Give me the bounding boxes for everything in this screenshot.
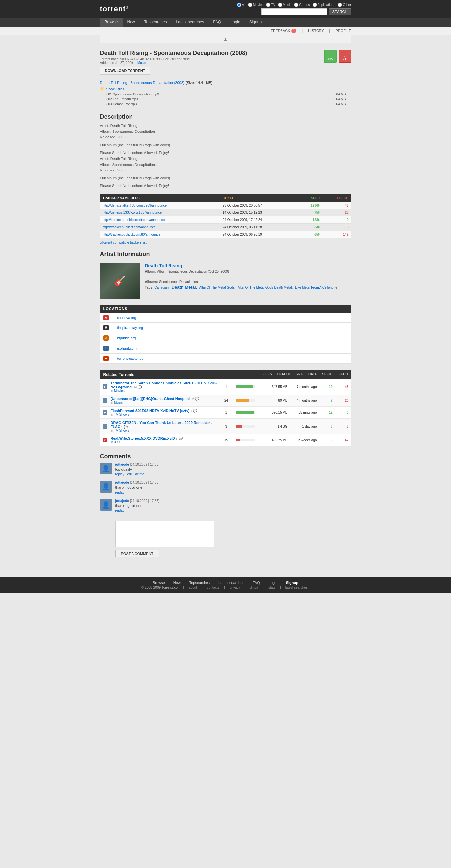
related-name-4[interactable]: DRAG CITIZEN - You Can Thank Us Later - …: [111, 421, 213, 429]
btjunkie-link[interactable]: btjunkie.org: [117, 336, 136, 340]
monova-link[interactable]: monova.org: [117, 315, 136, 319]
footer-signup[interactable]: Signup: [286, 581, 298, 585]
footer-faq[interactable]: FAQ: [253, 581, 260, 585]
user-icon-3: 👤: [102, 501, 110, 509]
isohunt-link[interactable]: isohunt.com: [117, 346, 137, 350]
tag-like-metal[interactable]: Like Metal From A Cellphone: [295, 286, 337, 289]
footer-browse[interactable]: Browse: [153, 581, 165, 585]
comment-reply-2[interactable]: replay: [115, 491, 124, 494]
comment-edit-1[interactable]: edit: [127, 472, 132, 476]
filter-movies[interactable]: Movies: [248, 3, 264, 7]
filter-music[interactable]: Music: [278, 3, 291, 7]
location-row-isohunt: I isohunt.com: [100, 343, 351, 353]
related-cat-4[interactable]: TV Shows: [114, 429, 129, 432]
related-title: Related Torrents: [103, 372, 134, 377]
post-comment-button[interactable]: POST A COMMENT: [115, 550, 159, 557]
locations-table: LOCATIONS M monova.org ☠ thepiratebay.or…: [100, 305, 351, 364]
utorrent-link[interactable]: uTorrent compatible trackers list: [100, 241, 147, 244]
tracker-url-3[interactable]: http://tracker.openbittorrent.com/announ…: [103, 218, 165, 222]
footer-latest-searches[interactable]: latest searches: [286, 586, 308, 589]
tracker-col-checked: CHKED: [220, 194, 297, 202]
tracker-url-5[interactable]: http://tracker.publicbt.com:80/announce: [103, 232, 161, 236]
comment-user-1[interactable]: jottajode: [115, 463, 129, 466]
footer-privacy[interactable]: privacy: [230, 586, 240, 589]
related-row-3: ▶ FlashForward S01E02 HDTV XviD-NoTV [ez…: [100, 407, 351, 418]
comment-user-2[interactable]: jottajode: [115, 481, 129, 485]
torrent-title: Death Toll Rising - Spontaneous Decapita…: [100, 50, 248, 57]
search-button[interactable]: SEARCH: [329, 8, 351, 15]
history-link[interactable]: HISTORY: [308, 29, 324, 33]
related-name-3[interactable]: FlashForward S01E02 HDTV XviD-NoTV [eztv…: [111, 409, 190, 413]
tpb-link[interactable]: thepiratebay.org: [117, 326, 143, 330]
comment-text-1: top quality: [115, 467, 351, 471]
related-cat-2[interactable]: Music: [114, 401, 123, 404]
tag-death-metal[interactable]: Death Metal,: [172, 285, 197, 290]
artist-name-link[interactable]: Death Toll Rising: [145, 263, 182, 268]
nav-signup[interactable]: Signup: [245, 18, 266, 27]
tracker-url-1[interactable]: http://denis.stalker.h3q.com:6969/announ…: [103, 204, 166, 207]
footer-dmca[interactable]: dmca: [250, 586, 258, 589]
comment-reply-3[interactable]: replay: [115, 509, 124, 513]
site-logo: torrent3: [100, 5, 129, 13]
artist-image: 🎸: [100, 263, 140, 299]
vote-up-button[interactable]: ↑ +15: [324, 50, 337, 63]
related-header: Related Torrents FILES HEALTH SIZE DATE …: [100, 370, 351, 379]
comment-avatar-3: 👤: [100, 499, 112, 511]
comment-actions-2: replay: [115, 491, 351, 494]
filter-games[interactable]: Games: [294, 3, 310, 7]
nav-browse[interactable]: Browse: [100, 18, 123, 27]
torrentreactor-link[interactable]: torrentreactor.com: [117, 356, 147, 361]
file-section-title: Death Toll Rising - Spontaneous Decapita…: [100, 81, 351, 85]
show-files-link[interactable]: Show 3 files: [106, 87, 124, 91]
tag-altar[interactable]: Altar Of The Metal Gods,: [199, 286, 235, 289]
nav-topsearches[interactable]: Topsearches: [140, 18, 171, 27]
tag-canadian[interactable]: Canadian,: [154, 286, 169, 289]
footer-stats[interactable]: stats: [268, 586, 275, 589]
comment-textarea[interactable]: [115, 521, 215, 548]
vote-down-button[interactable]: ↓ -1: [339, 50, 351, 63]
location-row-monova: M monova.org: [100, 313, 351, 323]
nav-new[interactable]: New: [123, 18, 140, 27]
comment-body-1: jottajode [24.10.2009 | 17:53] top quali…: [115, 463, 351, 476]
footer-login[interactable]: Login: [269, 581, 278, 585]
filter-other[interactable]: Other: [338, 3, 351, 7]
filter-apps[interactable]: Applications: [313, 3, 335, 7]
comment-delete-1[interactable]: delete: [135, 472, 144, 476]
comment-1: 👤 jottajode [24.10.2009 | 17:53] top qua…: [100, 463, 351, 476]
related-health-2: [235, 399, 262, 402]
tag-altar-death[interactable]: Altar Of The Metal Gods Death Metal,: [237, 286, 293, 289]
related-cat-1[interactable]: Movies: [114, 389, 125, 393]
related-cat-3[interactable]: TV Shows: [114, 413, 129, 416]
footer-contacts[interactable]: contacts: [207, 586, 219, 589]
site-header: torrent3 All Movies TV Music Games Appli…: [0, 0, 451, 18]
related-name-2[interactable]: [Uncensored][LoI][ENG]Oran - Ghost Hospi…: [111, 397, 190, 401]
monova-icon: M: [103, 315, 109, 320]
filter-tv[interactable]: TV: [266, 3, 275, 7]
related-cat-5[interactable]: XXX: [114, 440, 121, 444]
footer-topsearches[interactable]: Topsearches: [189, 581, 210, 585]
footer-new[interactable]: New: [173, 581, 181, 585]
comment-body-2: jottajode [24.10.2009 | 17:53] thanx - g…: [115, 481, 351, 494]
footer-about[interactable]: about: [189, 586, 197, 589]
comment-user-3[interactable]: jottajode: [115, 499, 129, 502]
file-title-link[interactable]: Death Toll Rising - Spontaneous Decapita…: [100, 81, 185, 85]
filter-all[interactable]: All: [237, 3, 246, 7]
feedback-link[interactable]: FEEDBACK 1: [270, 29, 296, 33]
related-seed-5: 6: [320, 438, 333, 442]
tracker-url-4[interactable]: http://tracker.publicbt.com/announce: [103, 225, 156, 229]
tracker-url-2[interactable]: http://genesis.1337x.org:1337/announce: [103, 211, 162, 214]
related-name-1[interactable]: Terminator The Sarah Connor Chronicles S…: [111, 381, 217, 389]
nav-faq[interactable]: FAQ: [208, 18, 226, 27]
footer-latest[interactable]: Latest searches: [218, 581, 244, 585]
comment-reply-1[interactable]: replay: [115, 472, 124, 476]
related-date-5: 2 weeks ago: [290, 438, 317, 442]
related-icon-4: ♪: [103, 424, 107, 429]
profile-link[interactable]: PROFILE: [335, 29, 351, 33]
nav-latest-searches[interactable]: Latest searches: [171, 18, 209, 27]
file-row-1: ♪01 Spontaneous Decapitation.mp3 5.64 MB: [100, 92, 351, 97]
nav-login[interactable]: Login: [226, 18, 245, 27]
torrent-category-link[interactable]: Music: [137, 61, 146, 65]
download-torrent-button[interactable]: DOWNLOAD TORRENT: [100, 67, 150, 75]
search-input[interactable]: [261, 8, 327, 15]
related-name-5[interactable]: Real.Wife.Stories.5.XXX.DVDRip.XviD: [111, 436, 175, 440]
